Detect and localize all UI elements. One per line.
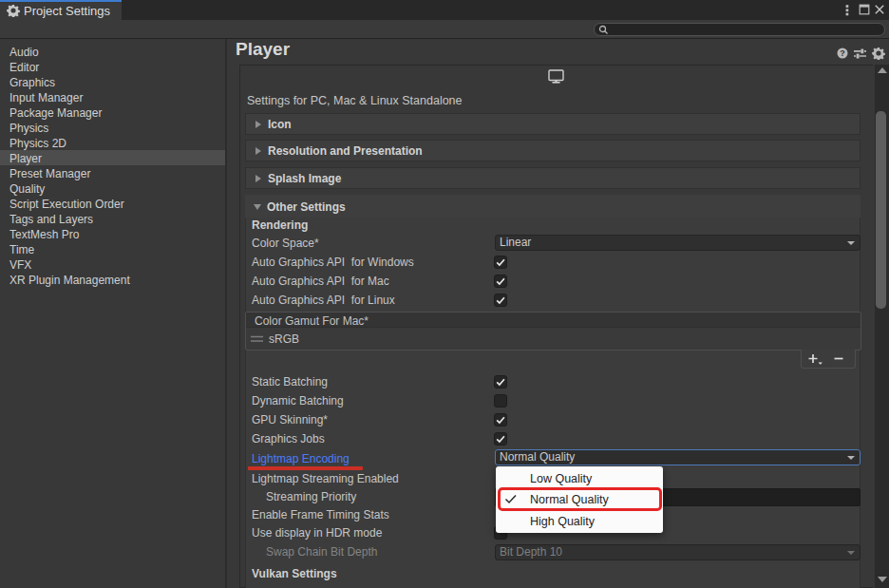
svg-text:?: ? (840, 48, 845, 58)
